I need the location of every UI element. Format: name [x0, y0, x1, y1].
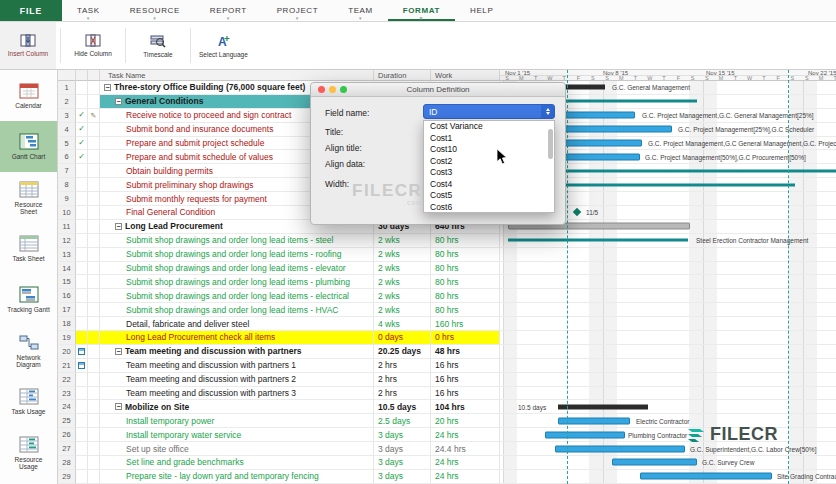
gantt-cell[interactable]: 10.5 days	[500, 400, 836, 414]
duration-cell[interactable]: 0 days	[374, 331, 431, 345]
work-cell[interactable]: 24.4 hrs	[431, 442, 500, 456]
row-number-cell[interactable]: 16	[58, 289, 76, 303]
gantt-cell[interactable]: Electric Contractor	[500, 414, 836, 428]
row-number-cell[interactable]: 22	[58, 373, 76, 387]
row-number-cell[interactable]: 12	[58, 234, 76, 248]
dropdown-option[interactable]: Cost2	[424, 156, 554, 168]
duration-cell[interactable]: 3 days	[374, 442, 431, 456]
dropdown-option[interactable]: Cost6	[424, 202, 554, 214]
insert-column-button[interactable]: Insert Column	[0, 22, 56, 69]
dropdown-option[interactable]: Cost3	[424, 167, 554, 179]
timescale-button[interactable]: Timescale	[130, 22, 186, 69]
gantt-cell[interactable]: G.C. Superintendent,G.C. Labor Crew[50%]	[500, 442, 836, 456]
work-cell[interactable]: 0 hrs	[431, 331, 500, 345]
duration-cell[interactable]: 3 days	[374, 428, 431, 442]
gantt-cell[interactable]	[500, 289, 836, 303]
collapse-icon[interactable]: −	[104, 84, 111, 91]
gantt-bar[interactable]	[558, 417, 630, 424]
row-number-cell[interactable]: 24	[58, 400, 76, 414]
collapse-icon[interactable]: −	[115, 403, 122, 410]
row-number-cell[interactable]: 23	[58, 387, 76, 401]
sidebar-item-task-usage[interactable]: Task Usage	[0, 376, 57, 427]
dropdown-option[interactable]: Cost4	[424, 179, 554, 191]
row-number-cell[interactable]: 28	[58, 456, 76, 470]
duration-column-header[interactable]: Duration	[374, 70, 431, 81]
work-cell[interactable]: 104 hrs	[431, 400, 500, 414]
combo-arrows-icon[interactable]	[541, 105, 554, 118]
dropdown-scrollbar[interactable]	[548, 129, 553, 159]
work-cell[interactable]: 16 hrs	[431, 387, 500, 401]
indicator-header[interactable]	[76, 70, 88, 81]
dropdown-option[interactable]: Cost10	[424, 144, 554, 156]
dialog-titlebar[interactable]: Column Definition	[311, 83, 565, 97]
duration-cell[interactable]: 2 wks	[374, 262, 431, 276]
row-number-cell[interactable]: 19	[58, 331, 76, 345]
sidebar-item-task-sheet[interactable]: Task Sheet	[0, 223, 57, 274]
field-name-select[interactable]: ID	[423, 104, 555, 119]
duration-cell[interactable]: 2 wks	[374, 248, 431, 262]
row-number-cell[interactable]: 3	[58, 109, 76, 123]
tab-task[interactable]: TASK▾	[62, 0, 115, 21]
row-number-cell[interactable]: 14	[58, 262, 76, 276]
row-number-cell[interactable]: 27	[58, 442, 76, 456]
gantt-cell[interactable]: Steel Erection Contractor Management	[500, 234, 836, 248]
task-name-cell[interactable]: −Mobilize on Site	[100, 400, 374, 414]
task-name-cell[interactable]: Set line and grade benchmarks	[100, 456, 374, 470]
work-cell[interactable]: 80 hrs	[431, 262, 500, 276]
task-name-cell[interactable]: Submit shop drawings and order long lead…	[100, 262, 374, 276]
work-cell[interactable]: 80 hrs	[431, 234, 500, 248]
indicator-header[interactable]	[88, 70, 100, 81]
task-name-cell[interactable]: Prepare site - lay down yard and tempora…	[100, 470, 374, 484]
sidebar-item-calendar[interactable]: Calendar	[0, 70, 57, 121]
gantt-bar[interactable]	[558, 404, 648, 409]
work-cell[interactable]: 80 hrs	[431, 303, 500, 317]
sidebar-item-tracking-gantt[interactable]: Tracking Gantt	[0, 274, 57, 325]
task-name-cell[interactable]: Submit shop drawings and order long lead…	[100, 289, 374, 303]
select-language-button[interactable]: A Select Language	[195, 22, 252, 69]
row-number-cell[interactable]: 26	[58, 428, 76, 442]
work-cell[interactable]: 80 hrs	[431, 248, 500, 262]
work-cell[interactable]: 20 hrs	[431, 414, 500, 428]
task-name-cell[interactable]: Submit shop drawings and order long lead…	[100, 275, 374, 289]
tab-format[interactable]: FORMAT▾	[388, 0, 455, 21]
tab-report[interactable]: REPORT▾	[195, 0, 262, 21]
gantt-cell[interactable]	[500, 345, 836, 359]
task-name-cell[interactable]: Set up site office	[100, 442, 374, 456]
duration-cell[interactable]: 2 hrs	[374, 359, 431, 373]
row-number-cell[interactable]: 18	[58, 317, 76, 331]
duration-cell[interactable]: 2 hrs	[374, 373, 431, 387]
work-column-header[interactable]: Work	[431, 70, 500, 81]
task-name-cell[interactable]: −Team meeting and discussion with partne…	[100, 345, 374, 359]
tab-team[interactable]: TEAM▾	[333, 0, 388, 21]
gantt-bar[interactable]	[508, 239, 688, 242]
gantt-cell[interactable]: Site Grading Contractor	[500, 470, 836, 484]
row-number-cell[interactable]: 7	[58, 164, 76, 178]
dropdown-option[interactable]: Cost Variance	[424, 121, 554, 133]
row-number-cell[interactable]: 25	[58, 414, 76, 428]
row-number-cell[interactable]: 9	[58, 192, 76, 206]
row-number-cell[interactable]: 13	[58, 248, 76, 262]
gantt-cell[interactable]	[500, 303, 836, 317]
sidebar-item-gantt-chart[interactable]: Gantt Chart	[0, 121, 57, 172]
gantt-cell[interactable]	[500, 275, 836, 289]
gantt-bar[interactable]	[555, 445, 685, 452]
gantt-cell[interactable]: Plumbing Contractor	[500, 428, 836, 442]
duration-cell[interactable]: 10.5 days	[374, 400, 431, 414]
gantt-cell[interactable]	[500, 317, 836, 331]
duration-cell[interactable]: 2 hrs	[374, 387, 431, 401]
tab-file[interactable]: FILE	[0, 0, 62, 21]
row-number-cell[interactable]: 2	[58, 95, 76, 109]
duration-cell[interactable]: 4 wks	[374, 317, 431, 331]
gantt-cell[interactable]	[500, 373, 836, 387]
row-number-cell[interactable]: 11	[58, 220, 76, 234]
work-cell[interactable]: 24 hrs	[431, 470, 500, 484]
gantt-cell[interactable]	[500, 387, 836, 401]
gantt-cell[interactable]	[500, 248, 836, 262]
gantt-cell[interactable]: G.C. Survey Crew	[500, 456, 836, 470]
collapse-icon[interactable]: −	[115, 348, 122, 355]
tab-project[interactable]: PROJECT▾	[262, 0, 334, 21]
row-number-cell[interactable]: 5	[58, 137, 76, 151]
row-number-cell[interactable]: 8	[58, 178, 76, 192]
task-name-cell[interactable]: Install temporary power	[100, 414, 374, 428]
hide-column-button[interactable]: Hide Column	[65, 22, 121, 69]
